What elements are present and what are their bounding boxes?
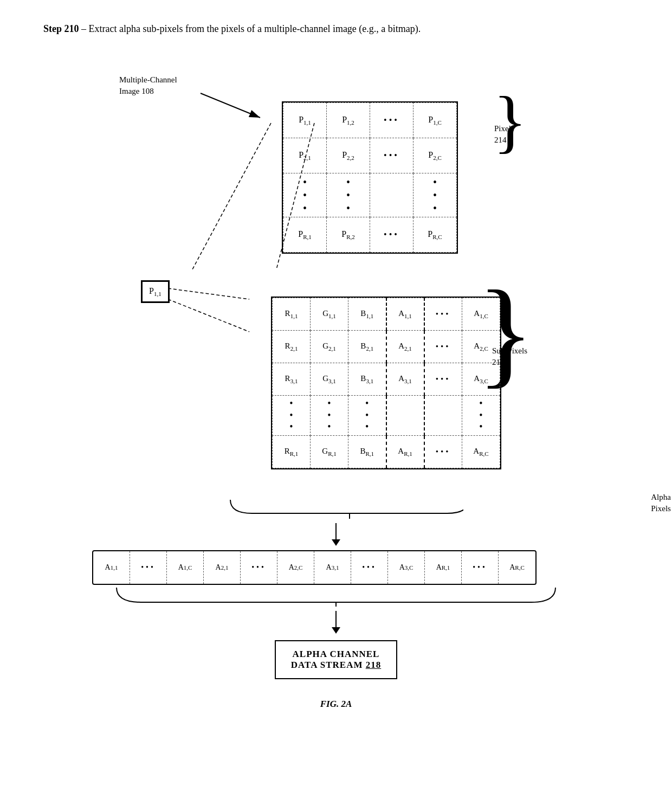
table-row: P2,1 P2,2 ••• P2,C (283, 138, 457, 173)
subpixels-grid: R1,1 G1,1 B1,1 A1,1 ••• A1,C R2,1 G2,1 B… (271, 297, 501, 472)
table-row: R2,1 G2,1 B2,1 A2,1 ••• A2,C (273, 331, 500, 363)
table-row: P1,1 P1,2 ••• P1,C (283, 103, 457, 138)
arrow-to-result (332, 611, 340, 634)
stream-cell-arc: AR,C (499, 551, 535, 584)
bottom-brace: Alpha Sub-Pixels 216 (225, 497, 463, 519)
stream-cell-a3c: A3,C (388, 551, 425, 584)
p11-box: P1,1 (141, 280, 170, 303)
stream-cell-a2c: A2,C (277, 551, 314, 584)
stream-cell-a31: A3,1 (314, 551, 351, 584)
middle-section: P1,1 } R1,1 (92, 259, 580, 486)
stream-cell-ar1: AR,1 (425, 551, 462, 584)
alpha-sub-pixels-label: Alpha Sub-Pixels 216 (651, 492, 672, 514)
stream-cell-a21: A2,1 (204, 551, 241, 584)
stream-brace-row: A1,1 ••• A1,C A2,1 ••• A2,C A3,1 ••• A3,… (92, 550, 580, 585)
stream-cell-dots2: ••• (241, 551, 277, 584)
stream-cells-row: A1,1 ••• A1,C A2,1 ••• A2,C A3,1 ••• A3,… (92, 550, 537, 585)
table-row: RR,1 GR,1 BR,1 AR,1 ••• AR,C (273, 435, 500, 468)
stream-cell-a1c: A1,C (167, 551, 204, 584)
stream-cell-a11: A1,1 (93, 551, 130, 584)
step-description: Step 210 – Extract alpha sub-pixels from… (43, 22, 629, 36)
page-content: Step 210 – Extract alpha sub-pixels from… (43, 22, 629, 710)
connection-svg (92, 242, 580, 259)
stream-cell-dots4: ••• (462, 551, 499, 584)
subpixels-table: R1,1 G1,1 B1,1 A1,1 ••• A1,C R2,1 G2,1 B… (272, 298, 500, 468)
step-number: Step 210 (43, 23, 79, 34)
svg-line-5 (168, 288, 249, 299)
pixels-label: Pixels214 (494, 123, 514, 146)
sub-pixels-label: Sub-Pixels216 (492, 345, 527, 368)
table-row: ••• ••• ••• (283, 173, 457, 217)
table-row: R1,1 G1,1 B1,1 A1,1 ••• A1,C (273, 298, 500, 331)
stream-bottom-brace-svg (114, 585, 558, 607)
connection-area (92, 242, 580, 259)
diagram: Multiple-ChannelImage 108 } (43, 58, 629, 710)
stream-number: 218 (366, 660, 382, 670)
stream-cell-dots1: ••• (130, 551, 167, 584)
svg-line-6 (168, 299, 249, 332)
arrow-to-stream (332, 523, 340, 546)
stream-cell-dots3: ••• (351, 551, 388, 584)
multi-channel-image-label: Multiple-ChannelImage 108 (119, 74, 177, 97)
bottom-brace-svg (225, 497, 463, 519)
alpha-channel-stream-box: ALPHA CHANNELDATA STREAM 218 (275, 640, 397, 679)
figure-caption: FIG. 2A (320, 699, 352, 710)
table-row: R3,1 G3,1 B3,1 A3,1 ••• A3,C (273, 363, 500, 396)
svg-text:}: } (493, 82, 527, 160)
table-row: ••• ••• ••• ••• (273, 396, 500, 436)
pixels-grid: P1,1 P1,2 ••• P1,C P2,1 P2,2 ••• P2,C (282, 101, 458, 256)
alpha-brace-section: Alpha Sub-Pixels 216 A1,1 ••• A1,C A2,1 … (92, 497, 580, 679)
pixels-table: P1,1 P1,2 ••• P1,C P2,1 P2,2 ••• P2,C (283, 102, 457, 253)
top-section: Multiple-ChannelImage 108 } (92, 58, 580, 231)
alpha-stream: A1,1 ••• A1,C A2,1 ••• A2,C A3,1 ••• A3,… (92, 550, 580, 679)
